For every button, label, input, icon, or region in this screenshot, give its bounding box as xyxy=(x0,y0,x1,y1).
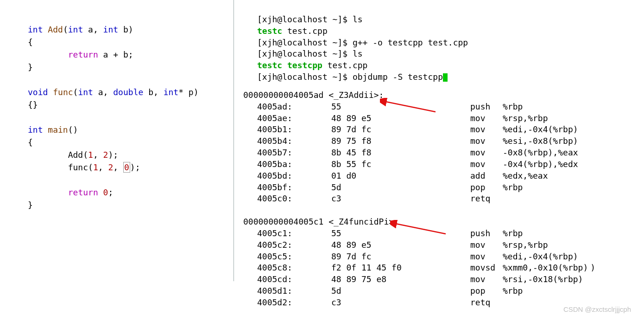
code-line: return 0; xyxy=(28,186,234,199)
terminal-line: [xjh@localhost ~]$ g++ -o testcpp test.c… xyxy=(257,37,644,49)
asm-row: 4005bd:01 d0add%edx,%eax xyxy=(243,170,644,182)
code-line: void func(int a, double b, int* p) xyxy=(28,86,234,98)
code-line: { xyxy=(28,136,234,148)
watermark-text: CSDN @zxctsclrjjjcph xyxy=(563,305,631,313)
asm-row: 4005ba:8b 55 fcmov-0x4(%rbp),%edx xyxy=(243,159,644,170)
asm-row: 4005c0:c3retq xyxy=(243,193,644,205)
code-line: Add(1, 2); xyxy=(28,148,234,161)
terminal-line: [xjh@localhost ~]$ objdump -S testcpp xyxy=(257,71,644,83)
source-code-panel: int Add(int a, int b){ return a + b;} vo… xyxy=(0,0,234,281)
code-line xyxy=(28,73,234,86)
asm-row: 4005b4:89 75 f8mov%esi,-0x8(%rbp) xyxy=(243,135,644,147)
code-line: {} xyxy=(28,98,234,111)
terminal-line: testc test.cpp xyxy=(257,26,644,37)
asm-row: 4005d1:5dpop%rbp xyxy=(243,285,644,297)
disassembly-output: 00000000004005ad <_Z3Addii>:4005ad:55pus… xyxy=(243,90,644,309)
code-line: { xyxy=(28,36,234,48)
asm-row: 4005c2:48 89 e5mov%rsp,%rbp xyxy=(243,239,644,251)
asm-row: 4005ae:48 89 e5mov%rsp,%rbp xyxy=(243,113,644,124)
source-code: int Add(int a, int b){ return a + b;} vo… xyxy=(28,23,234,211)
code-line: int main() xyxy=(28,123,234,136)
code-line: } xyxy=(28,199,234,211)
asm-row: 4005b7:8b 45 f8mov-0x8(%rbp),%eax xyxy=(243,147,644,159)
code-line: func(1, 2, 0); xyxy=(28,161,234,174)
asm-row: 4005c1:55push%rbp xyxy=(243,228,644,239)
asm-row: 4005bf:5dpop%rbp xyxy=(243,182,644,193)
asm-row: 4005c8:f2 0f 11 45 f0movsd%xmm0,-0x10(%r… xyxy=(243,262,644,274)
asm-row: 4005b1:89 7d fcmov%edi,-0x4(%rbp) xyxy=(243,124,644,135)
terminal-panel: [xjh@localhost ~]$ lstestc test.cpp[xjh@… xyxy=(234,0,644,309)
code-line: } xyxy=(28,61,234,73)
code-line xyxy=(28,111,234,123)
code-line xyxy=(28,174,234,186)
terminal-line: [xjh@localhost ~]$ ls xyxy=(257,48,644,60)
terminal-line: testc testcpp test.cpp xyxy=(257,60,644,71)
asm-row: 4005c5:89 7d fcmov%edi,-0x4(%rbp) xyxy=(243,251,644,263)
terminal-line: [xjh@localhost ~]$ ls xyxy=(257,14,644,26)
asm-row: 4005ad:55push%rbp xyxy=(243,101,644,113)
code-line: return a + b; xyxy=(28,48,234,61)
asm-section-header: 00000000004005c1 <_Z4funcidPi>: xyxy=(243,216,644,228)
code-line: int Add(int a, int b) xyxy=(28,23,234,36)
terminal-session: [xjh@localhost ~]$ lstestc test.cpp[xjh@… xyxy=(243,14,644,83)
asm-section-header: 00000000004005ad <_Z3Addii>: xyxy=(243,90,644,101)
terminal-cursor xyxy=(443,73,448,82)
asm-row: 4005cd:48 89 75 e8mov%rsi,-0x18(%rbp) xyxy=(243,274,644,285)
main-container: int Add(int a, int b){ return a + b;} vo… xyxy=(0,0,644,309)
